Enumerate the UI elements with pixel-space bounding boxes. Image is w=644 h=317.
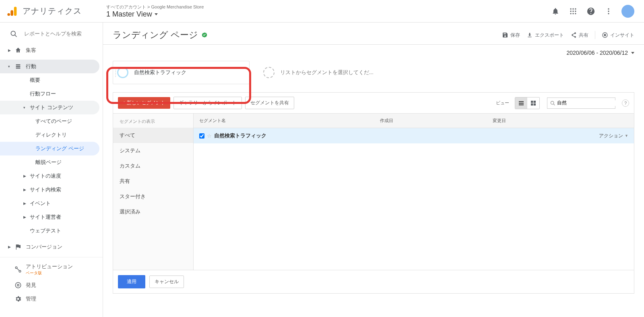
col-name: セグメント名 — [199, 118, 380, 124]
chevron-right-icon: ▶ — [23, 174, 27, 178]
segment-search-input[interactable] — [557, 100, 617, 106]
nav-publisher[interactable]: ▶サイト運営者 — [0, 210, 99, 224]
date-range-picker[interactable]: 2020/06/06 - 2020/06/12 — [103, 45, 644, 61]
header-actions — [551, 5, 638, 18]
nav-discover[interactable]: 発見 — [0, 278, 99, 292]
row-action[interactable]: アクション▼ — [497, 133, 628, 139]
logo-area: アナリティクス — [6, 5, 103, 17]
drag-handle-icon — [114, 61, 117, 84]
nav-landing[interactable]: ランディング ページ — [0, 142, 99, 155]
content-header: ランディング ページ 保存 エクスポート 共有 インサイト — [103, 23, 644, 45]
table-row[interactable]: ☆ 自然検索トラフィック アクション▼ — [194, 128, 634, 143]
help-icon[interactable]: ? — [622, 99, 629, 107]
svg-rect-24 — [519, 103, 524, 104]
export-button[interactable]: エクスポート — [526, 32, 564, 39]
cancel-button[interactable]: キャンセル — [149, 276, 184, 288]
avatar[interactable] — [621, 5, 634, 18]
side-starred[interactable]: スター付き — [113, 189, 193, 204]
bell-icon[interactable] — [551, 6, 560, 16]
view-modes — [515, 97, 540, 109]
search-icon — [10, 30, 18, 38]
svg-point-2 — [7, 13, 10, 16]
svg-point-5 — [575, 8, 576, 9]
share-segment-button[interactable]: セグメントを共有 — [245, 97, 294, 109]
apply-button[interactable]: 適用 — [118, 275, 145, 288]
list-view-button[interactable] — [515, 97, 527, 109]
sidebar: レポートとヘルプを検索 ▶集客 ▾行動 概要 行動フロー ▾サイト コンテンツ … — [0, 23, 103, 317]
nav-attribution[interactable]: アトリビューションベータ版 — [0, 261, 99, 278]
nav-acquisition[interactable]: ▶集客 — [0, 44, 99, 57]
caret-down-icon: ▼ — [625, 134, 628, 138]
product-name: アナリティクス — [23, 6, 82, 17]
caret-down-icon — [631, 52, 634, 54]
modal-side-title: セグメントの表示 — [113, 114, 193, 128]
save-button[interactable]: 保存 — [502, 32, 520, 39]
nav-overview[interactable]: 概要 — [0, 73, 99, 87]
segment-chip-active[interactable]: 自然検索トラフィック ⌄ — [113, 61, 250, 84]
segment-add-label: リストからセグメントを選択してくだ... — [280, 69, 374, 76]
nav-exit[interactable]: 離脱ページ — [0, 155, 99, 169]
new-segment-button[interactable]: + 新しいセグメント — [118, 97, 170, 109]
view-label: ビュー — [496, 100, 509, 106]
chevron-right-icon: ▶ — [8, 48, 12, 52]
share-button[interactable]: 共有 — [570, 32, 588, 39]
svg-rect-29 — [534, 103, 536, 105]
row-name: 自然検索トラフィック — [214, 132, 388, 139]
ga-logo-icon — [6, 5, 19, 17]
caret-down-icon — [155, 13, 158, 15]
content: ランディング ページ 保存 エクスポート 共有 インサイト 2020/06/06… — [103, 23, 644, 317]
svg-point-9 — [570, 13, 572, 14]
svg-point-19 — [15, 282, 21, 288]
nav-conversion[interactable]: ▶コンバージョン — [0, 240, 99, 254]
svg-line-31 — [553, 104, 555, 105]
row-checkbox[interactable] — [199, 133, 204, 139]
grid-view-button[interactable] — [527, 97, 539, 109]
beta-label: ベータ版 — [26, 270, 73, 276]
svg-point-10 — [572, 13, 574, 14]
breadcrumb[interactable]: すべてのアカウント > Google Merchandise Store 1 M… — [106, 4, 551, 19]
nav-behavior[interactable]: ▾行動 — [0, 60, 99, 73]
nav-site-content[interactable]: ▾サイト コンテンツ — [0, 101, 99, 114]
kebab-icon[interactable] — [604, 6, 613, 16]
segment-circle-icon — [117, 67, 128, 78]
svg-point-13 — [608, 10, 609, 12]
svg-point-15 — [11, 31, 15, 35]
svg-point-7 — [572, 10, 574, 12]
nav-behavior-flow[interactable]: 行動フロー — [0, 87, 99, 101]
side-shared[interactable]: 共有 — [113, 174, 193, 189]
nav-events[interactable]: ▶イベント — [0, 197, 99, 210]
nav-site-speed[interactable]: ▶サイトの速度 — [0, 169, 99, 183]
side-custom[interactable]: カスタム — [113, 158, 193, 174]
view-selector[interactable]: 1 Master View — [106, 10, 551, 19]
svg-rect-26 — [531, 101, 533, 103]
modal-sidebar: セグメントの表示 すべて システム カスタム 共有 スター付き 選択済み — [113, 114, 194, 270]
nav-webtest[interactable]: ウェブテスト — [0, 224, 99, 238]
apps-icon[interactable] — [568, 6, 578, 16]
nav-directory[interactable]: ディレクトリ — [0, 128, 99, 142]
svg-point-20 — [17, 284, 19, 286]
side-selected[interactable]: 選択済み — [113, 204, 193, 220]
discover-icon — [14, 282, 22, 289]
svg-point-22 — [604, 34, 606, 36]
help-icon[interactable] — [586, 6, 596, 16]
sidebar-search[interactable]: レポートとヘルプを検索 — [0, 24, 103, 44]
svg-rect-25 — [519, 104, 524, 105]
gear-icon — [14, 295, 22, 302]
svg-point-12 — [608, 8, 609, 9]
svg-point-4 — [572, 8, 574, 9]
breadcrumb-account: Google Merchandise Store — [151, 4, 204, 9]
segment-chip-add[interactable]: リストからセグメントを選択してくだ... — [259, 61, 396, 84]
nav-admin[interactable]: 管理 — [0, 292, 99, 306]
nav-all-pages[interactable]: すべてのページ — [0, 114, 99, 128]
nav-site-search[interactable]: ▶サイト内検索 — [0, 183, 99, 197]
page-title: ランディング ページ — [113, 29, 208, 41]
svg-point-8 — [575, 10, 576, 12]
side-all[interactable]: すべて — [113, 128, 193, 143]
insights-button[interactable]: インサイト — [602, 32, 634, 39]
star-icon[interactable]: ☆ — [207, 133, 212, 139]
segment-search[interactable] — [547, 97, 615, 109]
import-button[interactable]: ギャラリーからインポート — [173, 97, 242, 109]
chevron-down-icon: ▾ — [8, 64, 12, 68]
side-system[interactable]: システム — [113, 143, 193, 158]
svg-rect-28 — [531, 103, 533, 105]
